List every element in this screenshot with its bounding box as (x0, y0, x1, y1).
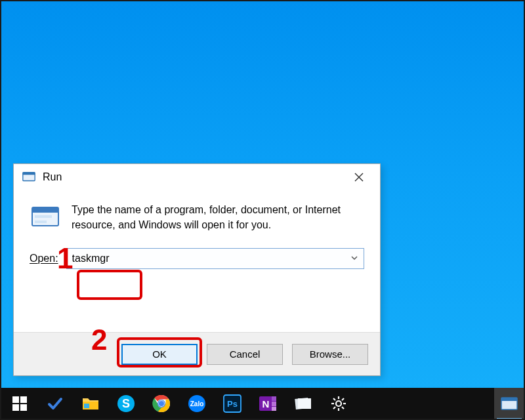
close-icon (354, 173, 364, 182)
check-icon (47, 395, 64, 412)
ok-button[interactable]: OK (121, 344, 198, 365)
photoshop-icon: Ps (223, 394, 242, 413)
taskbar-onenote[interactable]: N (253, 388, 283, 419)
svg-rect-42 (501, 398, 517, 401)
svg-rect-5 (32, 207, 58, 213)
taskbar-chrome[interactable] (146, 388, 177, 419)
run-instructions: Type the name of a program, folder, docu… (72, 202, 360, 234)
zalo-icon: Zalo (188, 394, 206, 413)
taskbar-skype[interactable]: S (111, 388, 141, 419)
svg-point-19 (159, 401, 164, 406)
desktop: Run Type the name of a program, folder, … (0, 0, 525, 420)
onenote-icon: N (259, 394, 277, 413)
svg-text:S: S (122, 397, 130, 410)
svg-rect-13 (84, 404, 89, 408)
svg-rect-9 (20, 396, 27, 403)
run-app-icon (30, 202, 61, 234)
run-title-icon (22, 170, 36, 184)
run-title: Run (43, 171, 346, 183)
svg-line-37 (333, 398, 335, 400)
svg-line-38 (342, 407, 344, 409)
taskbar-todo[interactable] (40, 388, 70, 419)
close-button[interactable] (346, 167, 372, 187)
svg-text:N: N (262, 398, 270, 410)
open-input[interactable] (71, 252, 360, 265)
chrome-icon (152, 394, 171, 413)
taskbar-run-window[interactable] (494, 388, 524, 419)
open-combobox[interactable] (66, 248, 364, 269)
run-dialog: Run Type the name of a program, folder, … (13, 163, 381, 376)
taskbar-zalo[interactable]: Zalo (182, 388, 212, 419)
svg-rect-6 (35, 215, 52, 218)
taskbar-notes[interactable] (288, 388, 318, 419)
svg-rect-11 (20, 404, 27, 411)
windows-icon (12, 396, 27, 411)
svg-rect-10 (12, 404, 19, 411)
svg-line-39 (342, 398, 344, 400)
sticky-notes-icon (293, 396, 313, 411)
gear-icon (330, 395, 347, 412)
run-window-icon (501, 396, 518, 411)
start-button[interactable] (5, 388, 35, 419)
svg-text:Zalo: Zalo (190, 400, 204, 408)
run-titlebar[interactable]: Run (14, 164, 380, 190)
svg-rect-28 (272, 402, 276, 406)
svg-text:Ps: Ps (227, 399, 238, 409)
browse-label: Browse... (310, 348, 351, 360)
svg-rect-31 (298, 398, 311, 409)
svg-point-32 (336, 401, 341, 406)
taskbar: S Zalo Ps N (1, 388, 524, 419)
chevron-down-icon[interactable] (350, 253, 358, 264)
open-label: Open: (30, 253, 58, 264)
folder-icon (81, 396, 100, 411)
run-button-row: OK Cancel Browse... (14, 332, 380, 375)
browse-button[interactable]: Browse... (292, 344, 368, 365)
svg-rect-8 (12, 396, 19, 403)
cancel-button[interactable]: Cancel (207, 344, 283, 365)
taskbar-file-explorer[interactable] (75, 388, 106, 419)
svg-rect-7 (35, 220, 47, 223)
skype-icon: S (117, 394, 135, 413)
svg-rect-1 (23, 173, 35, 175)
svg-rect-27 (272, 396, 276, 401)
svg-line-40 (333, 407, 335, 409)
taskbar-settings[interactable] (324, 388, 354, 419)
taskbar-photoshop[interactable]: Ps (217, 388, 247, 419)
svg-rect-29 (272, 407, 276, 411)
